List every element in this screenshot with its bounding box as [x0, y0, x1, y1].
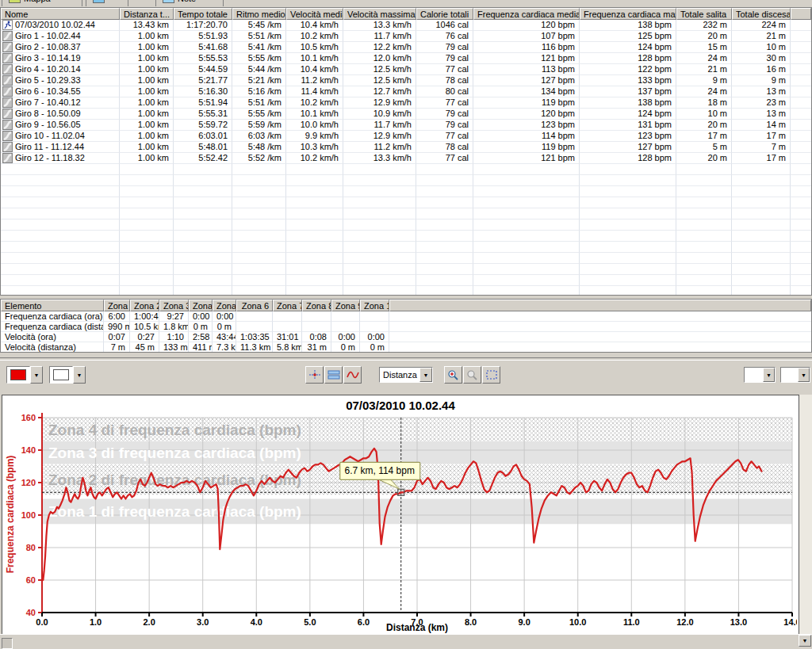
lap-row[interactable]: Giro 10 - 11.02.041.00 km6:03.016:03 /km…: [1, 131, 811, 142]
chevron-down-icon[interactable]: ▼: [798, 368, 810, 382]
cell: [286, 242, 343, 253]
x-tick-label: 12.0: [676, 617, 693, 627]
lap-icon: [2, 75, 13, 86]
lap-row[interactable]: Giro 6 - 10.34.551.00 km5:16.305:16 /km1…: [1, 86, 811, 97]
cell: 5:51.93: [174, 31, 232, 42]
tab-chart[interactable]: [86, 0, 128, 6]
zone-column-header[interactable]: Zona 1: [104, 300, 130, 311]
chevron-down-icon[interactable]: ▼: [73, 366, 86, 384]
crosshair-toggle-button[interactable]: [305, 366, 324, 384]
lap-name: Giro 7 - 10.40.12: [15, 97, 81, 108]
column-header[interactable]: Nome: [1, 8, 120, 20]
series-color-picker[interactable]: ▼: [6, 366, 43, 384]
hr-zone-label: Zona 3 di frequenza cardiaca (bpm): [48, 445, 301, 461]
cell: 5:16 /km: [232, 86, 286, 97]
lap-row[interactable]: Giro 11 - 11.12.441.00 km5:48.015:48 /km…: [1, 142, 811, 153]
tab-note-label: Note: [178, 0, 196, 3]
chevron-down-icon[interactable]: ▼: [30, 366, 43, 384]
lap-icon: [2, 109, 13, 119]
cell-name: Giro 7 - 10.40.12: [1, 97, 120, 109]
zoom-in-icon: [447, 369, 460, 380]
cell: [580, 220, 676, 231]
chart-icon: [93, 0, 105, 3]
zone-cell-filler: [389, 342, 811, 353]
cell: 20 m: [676, 120, 732, 131]
zone-column-header[interactable]: Zona 2: [130, 300, 159, 311]
lap-icon-wrap: [2, 153, 13, 163]
zone-column-header[interactable]: Zona 10: [360, 300, 389, 311]
lap-icon: [2, 97, 13, 108]
cell: 123 bpm: [580, 131, 676, 142]
cell-filler: [791, 120, 811, 131]
lap-row[interactable]: Giro 3 - 10.14.191.00 km5:55.535:55 /km1…: [1, 53, 811, 64]
zone-row[interactable]: Velocità (ora)0:070:271:102:5843:441:03:…: [1, 332, 811, 342]
lap-row[interactable]: Giro 7 - 10.40.121.00 km5:51.945:51 /km1…: [1, 97, 811, 109]
column-header[interactable]: Tempo totale: [174, 8, 232, 20]
cell: [676, 186, 732, 197]
column-header[interactable]: Distanza t...: [120, 8, 174, 20]
zone-cell: 1:03:35: [236, 332, 273, 342]
cell: [473, 220, 580, 231]
column-header[interactable]: Velocità media: [286, 8, 343, 20]
zone-column-header[interactable]: Zona 3: [159, 300, 189, 311]
zone-cell: 0:00: [331, 332, 360, 342]
column-header[interactable]: Frequenza cardiaca max: [580, 8, 676, 20]
cell: [416, 164, 473, 175]
right-scrollbar-track[interactable]: [799, 395, 812, 634]
zone-column-header[interactable]: Zona 7: [273, 300, 302, 311]
cell-filler: [791, 86, 811, 97]
zone-column-header[interactable]: Zona 9: [331, 300, 360, 311]
lap-row[interactable]: Giro 5 - 10.29.331.00 km5:21.775:21 /km1…: [1, 75, 811, 86]
zoom-selection-button[interactable]: [482, 366, 500, 384]
column-header[interactable]: Totale discesa: [732, 8, 791, 20]
zone-column-header[interactable]: Zona 4: [189, 300, 213, 311]
zoom-in-button[interactable]: [444, 366, 462, 384]
tab-mappa[interactable]: Mappa: [2, 0, 82, 6]
right-select-2[interactable]: ▼: [780, 367, 810, 383]
series-color-swatch: [10, 369, 26, 380]
zoom-out-button[interactable]: [463, 366, 481, 384]
cell: 6:03 /km: [232, 131, 286, 142]
chevron-down-icon[interactable]: ▼: [763, 368, 775, 382]
lap-icon: [2, 120, 13, 130]
cell: 10.9 km/h: [343, 109, 416, 120]
cell: 5:52 /km: [232, 153, 286, 164]
activity-row[interactable]: 07/03/2010 10.02.4413.43 km1:17:20.705:4…: [1, 20, 811, 31]
column-header[interactable]: Frequenza cardiaca media: [473, 8, 580, 20]
zone-row[interactable]: Frequenza cardiaca (ora)6:001:00:439:270…: [1, 311, 811, 322]
zone-column-header[interactable]: Elemento: [1, 300, 104, 311]
zone-row[interactable]: Velocità (distanza)7 m45 m133 m411 m7.3 …: [1, 342, 811, 353]
x-axis-select[interactable]: Distanza ▼: [379, 367, 433, 383]
zone-cell: 31:01: [273, 332, 302, 342]
lap-row[interactable]: Giro 1 - 10.02.441.00 km5:51.935:51 /km1…: [1, 31, 811, 42]
scrollbar-down-arrow[interactable]: ▼: [799, 635, 811, 647]
cell: [232, 175, 286, 186]
cell: 10.5 km/h: [286, 42, 343, 53]
zone-cell: 2:58: [189, 332, 213, 342]
fill-color-picker[interactable]: ▼: [49, 366, 86, 384]
lap-row[interactable]: Giro 12 - 11.18.321.00 km5:52.425:52 /km…: [1, 153, 811, 164]
curve-toggle-button[interactable]: [343, 366, 362, 384]
zone-row[interactable]: Frequenza cardiaca (distanza)990 m10.5 k…: [1, 322, 811, 332]
cell: 23 m: [732, 97, 791, 109]
zone-column-header[interactable]: Zona 5: [213, 300, 236, 311]
right-select-1[interactable]: ▼: [744, 367, 776, 383]
column-header[interactable]: Ritmo medio: [232, 8, 286, 20]
lap-row[interactable]: Giro 9 - 10.56.051.00 km5:59.725:59 /km1…: [1, 120, 811, 131]
column-header[interactable]: Calorie totali: [416, 8, 473, 20]
zone-column-header[interactable]: Zona 6: [236, 300, 273, 311]
lap-icon: [2, 86, 13, 97]
lap-row[interactable]: Giro 8 - 10.50.091.00 km5:55.315:55 /km1…: [1, 109, 811, 120]
zone-column-header[interactable]: Zona 8: [302, 300, 331, 311]
column-header[interactable]: Velocità massima: [343, 8, 416, 20]
cell: [120, 286, 174, 296]
column-header[interactable]: Totale salita: [676, 8, 732, 20]
cell: 12.9 km/h: [343, 131, 416, 142]
hr-chart[interactable]: Zona 1 di frequenza cardiaca (bpm)Zona 2…: [2, 395, 797, 632]
lap-row[interactable]: Giro 4 - 10.20.141.00 km5:44.595:44 /km1…: [1, 64, 811, 75]
zones-toggle-button[interactable]: [324, 366, 343, 384]
chevron-down-icon[interactable]: ▼: [419, 368, 432, 382]
tab-note[interactable]: Note: [155, 0, 224, 6]
lap-row[interactable]: Giro 2 - 10.08.371.00 km5:41.685:41 /km1…: [1, 42, 811, 53]
cell: 5:51 /km: [232, 31, 286, 42]
